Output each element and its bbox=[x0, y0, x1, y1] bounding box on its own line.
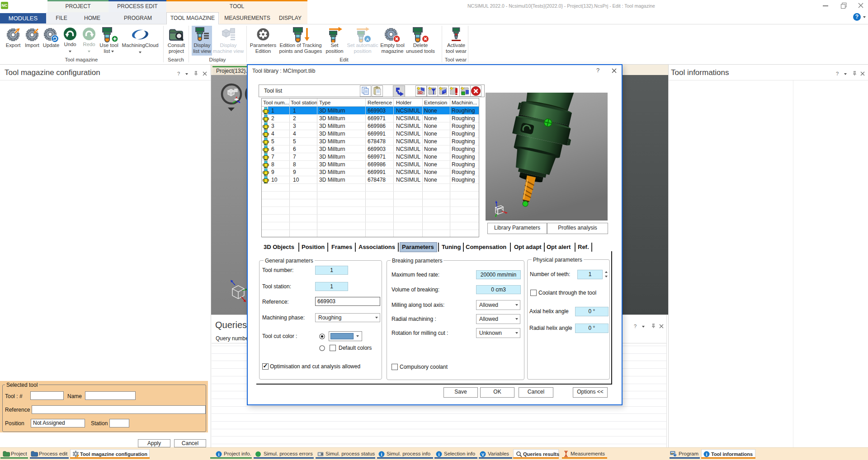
svg-text:i: i bbox=[381, 452, 382, 457]
svg-text:i: i bbox=[218, 452, 220, 457]
svg-text:i: i bbox=[439, 452, 440, 457]
svg-text:3D: 3D bbox=[418, 90, 423, 95]
svg-text:A: A bbox=[366, 37, 369, 42]
svg-text:i: i bbox=[706, 452, 708, 457]
svg-text:V: V bbox=[481, 452, 484, 457]
